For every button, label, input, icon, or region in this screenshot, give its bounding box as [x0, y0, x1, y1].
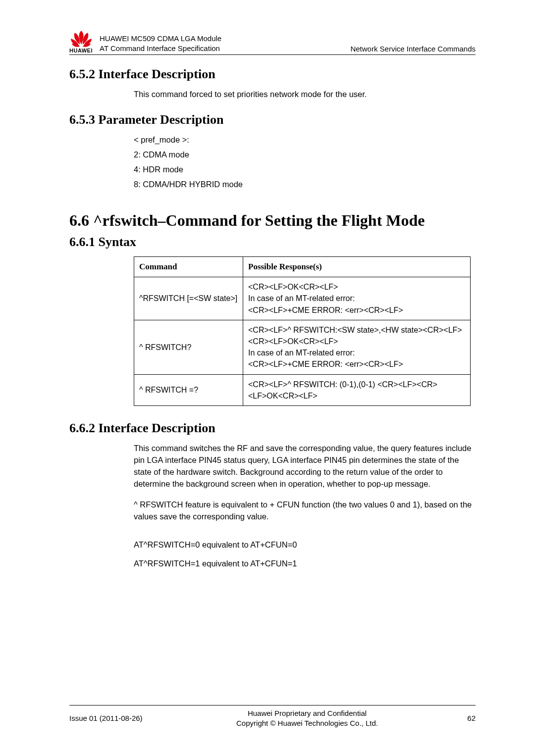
table-row: ^ RFSWITCH =? <CR><LF>^ RFSWITCH: (0-1),… — [134, 374, 471, 405]
heading-66: 6.6 ^rfswitch–Command for Setting the Fl… — [69, 211, 476, 230]
logo-text: HUAWEI — [69, 48, 93, 53]
cell-resp-1: <CR><LF>^ RFSWITCH:<SW state>,<HW state>… — [243, 320, 471, 374]
body-652: This command forced to set priorities ne… — [134, 89, 476, 101]
param-line-3: 8: CDMA/HDR HYBRID mode — [134, 179, 476, 191]
heading-653: 6.5.3 Parameter Description — [69, 112, 476, 127]
param-line-2: 4: HDR mode — [134, 164, 476, 176]
heading-662: 6.6.2 Interface Description — [69, 421, 476, 436]
page-content: HUAWEI HUAWEI MC509 CDMA LGA Module AT C… — [0, 0, 535, 570]
header-title: HUAWEI MC509 CDMA LGA Module AT Command … — [98, 34, 350, 54]
cell-cmd-0: ^RFSWITCH [=<SW state>] — [134, 277, 243, 320]
header-title-line2: AT Command Interface Specification — [100, 44, 350, 53]
cell-cmd-1: ^ RFSWITCH? — [134, 320, 243, 374]
syntax-table: Command Possible Response(s) ^RFSWITCH [… — [134, 256, 471, 406]
th-command: Command — [134, 256, 243, 277]
param-line-0: < pref_mode >: — [134, 134, 476, 146]
footer-page-number: 62 — [446, 714, 476, 722]
heading-661: 6.6.1 Syntax — [69, 235, 476, 250]
huawei-petal-icon — [70, 30, 93, 48]
header-section: Network Service Interface Commands — [350, 45, 476, 53]
cell-resp-2: <CR><LF>^ RFSWITCH: (0-1),(0-1) <CR><LF>… — [243, 374, 471, 405]
footer-center-line2: Copyright © Huawei Technologies Co., Ltd… — [168, 718, 446, 728]
huawei-logo: HUAWEI — [69, 30, 93, 53]
body-662-p3: AT^RFSWITCH=0 equivalent to AT+CFUN=0 — [134, 539, 476, 551]
body-662-p1: This command switches the RF and save th… — [134, 443, 476, 490]
body-662-p2: ^ RFSWITCH feature is equivalent to + CF… — [134, 499, 476, 523]
footer-center-line1: Huawei Proprietary and Confidential — [168, 708, 446, 718]
table-row: ^RFSWITCH [=<SW state>] <CR><LF>OK<CR><L… — [134, 277, 471, 320]
table-header-row: Command Possible Response(s) — [134, 256, 471, 277]
cell-resp-0: <CR><LF>OK<CR><LF> In case of an MT-rela… — [243, 277, 471, 320]
footer-issue: Issue 01 (2011-08-26) — [69, 714, 168, 722]
table-row: ^ RFSWITCH? <CR><LF>^ RFSWITCH:<SW state… — [134, 320, 471, 374]
page-footer: Issue 01 (2011-08-26) Huawei Proprietary… — [69, 705, 476, 729]
footer-center: Huawei Proprietary and Confidential Copy… — [168, 708, 446, 729]
th-response: Possible Response(s) — [243, 256, 471, 277]
page-header: HUAWEI HUAWEI MC509 CDMA LGA Module AT C… — [69, 30, 476, 55]
header-title-line1: HUAWEI MC509 CDMA LGA Module — [100, 34, 350, 44]
param-line-1: 2: CDMA mode — [134, 149, 476, 161]
cell-cmd-2: ^ RFSWITCH =? — [134, 374, 243, 405]
heading-652: 6.5.2 Interface Description — [69, 67, 476, 82]
body-662-p4: AT^RFSWITCH=1 equivalent to AT+CFUN=1 — [134, 558, 476, 570]
